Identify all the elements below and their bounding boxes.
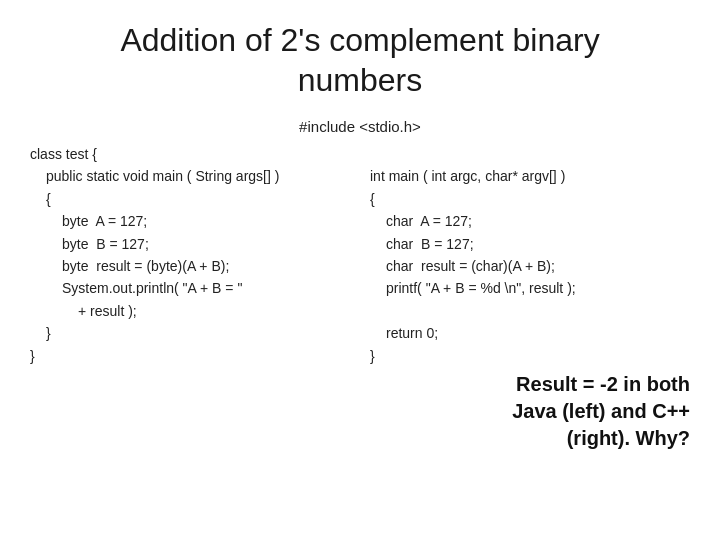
page: Addition of 2's complement binary number… (0, 0, 720, 540)
cpp-line-5: char result = (char)(A + B); (370, 255, 690, 277)
java-code-block: class test { public static void main ( S… (30, 143, 360, 520)
cpp-line-2: { (370, 188, 690, 210)
java-line-9: } (30, 322, 350, 344)
java-line-2: public static void main ( String args[] … (30, 165, 350, 187)
include-line: #include <stdio.h> (30, 118, 690, 135)
java-line-3: { (30, 188, 350, 210)
cpp-line-8: return 0; (370, 322, 690, 344)
cpp-line-3: char A = 127; (370, 210, 690, 232)
result-box-container: Result = -2 in both Java (left) and C++ … (370, 367, 690, 452)
java-line-7: System.out.println( "A + B = " (30, 277, 350, 299)
java-line-8: + result ); (30, 300, 350, 322)
page-title: Addition of 2's complement binary number… (30, 20, 690, 100)
cpp-line-4: char B = 127; (370, 233, 690, 255)
cpp-line-7 (370, 300, 690, 322)
java-line-6: byte result = (byte)(A + B); (30, 255, 350, 277)
cpp-line-6: printf( "A + B = %d \n", result ); (370, 277, 690, 299)
cpp-code-block: int main ( int argc, char* argv[] ) { ch… (360, 143, 690, 520)
code-columns: class test { public static void main ( S… (30, 143, 690, 520)
java-line-1: class test { (30, 143, 350, 165)
java-line-4: byte A = 127; (30, 210, 350, 232)
result-text: Result = -2 in both Java (left) and C++ … (512, 371, 690, 452)
cpp-line-9: } (370, 345, 690, 367)
cpp-line-0 (370, 143, 690, 165)
java-line-10: } (30, 345, 350, 367)
java-line-5: byte B = 127; (30, 233, 350, 255)
cpp-line-1: int main ( int argc, char* argv[] ) (370, 165, 690, 187)
